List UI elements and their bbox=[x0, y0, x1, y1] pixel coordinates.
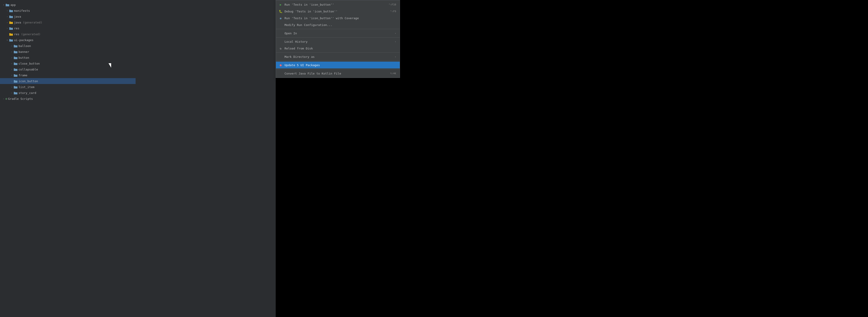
menu-item-update[interactable]: ● Update 5 UI Packages bbox=[276, 62, 400, 68]
tree-item-icon-button[interactable]: › icon_button bbox=[0, 78, 135, 84]
menu-item-local-history[interactable]: Local History › bbox=[276, 38, 400, 45]
folder-icon-icon-button bbox=[13, 79, 18, 83]
none-icon bbox=[279, 55, 283, 59]
update-icon: ● bbox=[279, 63, 283, 67]
menu-label-open-in: Open In bbox=[284, 32, 297, 35]
tree-label-res: res bbox=[14, 27, 19, 30]
folder-icon-banner bbox=[13, 50, 18, 53]
tree-label-res-generated: res (generated) bbox=[14, 33, 40, 36]
tree-label-gradle: Gradle Scripts bbox=[8, 97, 33, 101]
menu-label-modify-run: Modify Run Configuration... bbox=[284, 23, 332, 27]
tree-item-balloon[interactable]: › balloon bbox=[0, 43, 135, 49]
tree-item-app[interactable]: ▾ app bbox=[0, 2, 135, 8]
folder-icon-res-generated bbox=[9, 33, 13, 36]
tree-label-story-card: story_card bbox=[19, 91, 36, 95]
reload-icon: ↻ bbox=[279, 46, 283, 50]
folder-icon-java-generated bbox=[9, 21, 13, 24]
folder-icon-story-card bbox=[13, 91, 18, 94]
run-icon: ▶ bbox=[279, 2, 283, 6]
menu-label-debug: Debug 'Tests in 'icon_button'' bbox=[284, 10, 338, 13]
chevron-down-icon: ▾ bbox=[2, 3, 5, 6]
tree-item-res-generated[interactable]: › res (generated) bbox=[0, 31, 135, 37]
folder-open-icon bbox=[5, 3, 9, 6]
tree-label-ui-packages: ui-packages bbox=[14, 38, 33, 42]
chevron-right-icon: › bbox=[10, 62, 13, 65]
menu-label-convert: Convert Java File to Kotlin File bbox=[284, 72, 341, 75]
tree-label-java: java bbox=[14, 15, 21, 18]
submenu-arrow-icon: › bbox=[395, 40, 396, 43]
folder-icon-balloon bbox=[13, 44, 18, 47]
folder-icon-frame bbox=[13, 74, 18, 77]
none-icon bbox=[279, 23, 283, 27]
menu-item-coverage[interactable]: ◉ Run 'Tests in 'icon_button'' with Cove… bbox=[276, 15, 400, 22]
tree-item-banner[interactable]: › banner bbox=[0, 49, 135, 55]
tree-item-story-card[interactable]: › story_card bbox=[0, 90, 135, 96]
tree-label-close-button: close_button bbox=[19, 62, 40, 65]
folder-icon-collapsable bbox=[13, 68, 18, 71]
tree-item-list-item[interactable]: › list_item bbox=[0, 84, 135, 90]
chevron-right-icon: › bbox=[10, 44, 13, 48]
menu-item-debug[interactable]: 🐛 Debug 'Tests in 'icon_button'' ⌃⇧F9 bbox=[276, 8, 400, 15]
tree-label-collapsable: collapsable bbox=[19, 68, 38, 71]
tree-label-button: button bbox=[19, 56, 29, 59]
menu-label-coverage: Run 'Tests in 'icon_button'' with Covera… bbox=[284, 16, 359, 20]
tree-label-balloon: balloon bbox=[19, 44, 31, 48]
menu-item-run[interactable]: ▶ Run 'Tests in 'icon_button'' ⌃⇧F10 bbox=[276, 1, 400, 8]
tree-item-res[interactable]: › res bbox=[0, 25, 135, 31]
chevron-right-icon: › bbox=[10, 56, 13, 59]
menu-item-reload[interactable]: ↻ Reload from Disk bbox=[276, 45, 400, 52]
tree-item-manifests[interactable]: › manifests bbox=[0, 8, 135, 13]
chevron-right-icon: › bbox=[10, 85, 13, 89]
chevron-right-icon: › bbox=[5, 9, 9, 12]
menu-item-convert[interactable]: Convert Java File to Kotlin File ⌥⇧⌘K bbox=[276, 70, 400, 77]
menu-label-update: Update 5 UI Packages bbox=[284, 64, 320, 67]
menu-shortcut-debug: ⌃⇧F9 bbox=[390, 10, 396, 13]
tree-label-frame: frame bbox=[19, 74, 27, 77]
menu-label-local-history: Local History bbox=[284, 40, 308, 43]
submenu-arrow-icon: › bbox=[395, 55, 396, 58]
chevron-right-icon: › bbox=[5, 26, 9, 30]
tree-item-collapsable[interactable]: › collapsable bbox=[0, 66, 135, 72]
folder-icon-list-item bbox=[13, 85, 18, 89]
none-icon bbox=[279, 31, 283, 35]
tree-label-java-generated: java (generated) bbox=[14, 21, 42, 24]
menu-shortcut-convert: ⌥⇧⌘K bbox=[390, 72, 396, 75]
folder-icon-manifests bbox=[9, 9, 13, 12]
tree-item-close-button[interactable]: › close_button bbox=[0, 61, 135, 66]
folder-icon-close-button bbox=[13, 62, 18, 65]
chevron-right-icon: › bbox=[10, 73, 13, 77]
menu-label-run: Run 'Tests in 'icon_button'' bbox=[284, 3, 334, 6]
file-tree-panel: ▾ app › manifests › java › java (generat… bbox=[0, 0, 135, 317]
menu-separator-4 bbox=[276, 61, 400, 61]
chevron-right-icon: › bbox=[5, 21, 9, 24]
chevron-right-icon: › bbox=[10, 91, 13, 95]
folder-icon-java bbox=[9, 15, 13, 18]
chevron-right-icon: › bbox=[10, 68, 13, 71]
menu-label-reload: Reload from Disk bbox=[284, 47, 313, 50]
gradle-icon: ⚙ bbox=[5, 97, 7, 101]
menu-label-mark-directory: Mark Directory as bbox=[284, 55, 315, 59]
tree-item-ui-packages[interactable]: ▾ ui-packages bbox=[0, 37, 135, 43]
tree-item-gradle[interactable]: › ⚙ Gradle Scripts bbox=[0, 96, 135, 102]
tree-item-button[interactable]: › button bbox=[0, 55, 135, 61]
tree-item-java-generated[interactable]: › java (generated) bbox=[0, 20, 135, 25]
menu-shortcut-run: ⌃⇧F10 bbox=[389, 3, 396, 6]
chevron-right-icon: › bbox=[5, 15, 9, 18]
menu-item-modify-run[interactable]: Modify Run Configuration... bbox=[276, 22, 400, 28]
tree-label-icon-button: icon_button bbox=[19, 79, 38, 83]
chevron-right-icon: › bbox=[2, 97, 5, 101]
none-icon bbox=[279, 71, 283, 75]
tree-label-list-item: list_item bbox=[19, 85, 34, 89]
tree-item-java[interactable]: › java bbox=[0, 13, 135, 20]
tree-label-manifests: manifests bbox=[14, 9, 30, 12]
tree-item-frame[interactable]: › frame bbox=[0, 72, 135, 78]
folder-open-icon-ui-packages bbox=[9, 38, 13, 41]
menu-item-open-in[interactable]: Open In › bbox=[276, 30, 400, 37]
none-icon bbox=[279, 39, 283, 43]
cursor-shape bbox=[108, 63, 111, 68]
folder-icon-res bbox=[9, 27, 13, 30]
menu-item-mark-directory[interactable]: Mark Directory as › bbox=[276, 53, 400, 60]
menu-separator-1 bbox=[276, 29, 400, 29]
tree-label-app: app bbox=[10, 3, 16, 6]
context-menu: ▶ Run 'Tests in 'icon_button'' ⌃⇧F10 🐛 D… bbox=[276, 0, 400, 78]
